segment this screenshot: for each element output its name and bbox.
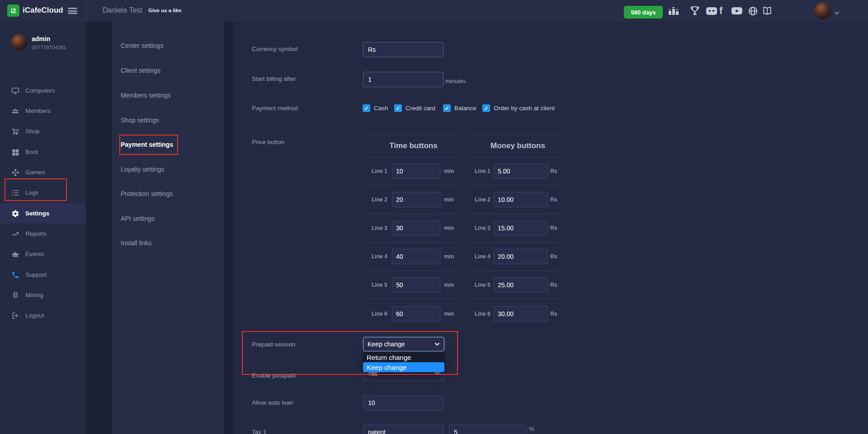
table-row: Line 3 min bbox=[368, 214, 459, 243]
sidebar-item-reports[interactable]: Reports bbox=[0, 224, 86, 244]
logout-icon bbox=[11, 312, 19, 320]
money-line1-input[interactable] bbox=[494, 163, 548, 179]
icafecloud-admin-page: i2 iCafeCloud Daniela Test Give us a lik… bbox=[0, 0, 868, 434]
tax1-name-input[interactable] bbox=[363, 425, 443, 434]
checkbox-cash[interactable]: ✓ Cash bbox=[363, 104, 388, 112]
time-line5-input[interactable] bbox=[392, 277, 440, 293]
phone-icon bbox=[11, 271, 19, 279]
money-buttons-table: Money buttons Line 1 Rs Line 2 Rs Line 3… bbox=[471, 134, 565, 328]
checkbox-balance[interactable]: ✓ Balance bbox=[443, 104, 476, 112]
sidebar-item-games[interactable]: Games bbox=[0, 162, 86, 182]
prepaid-session-select[interactable]: Keep change bbox=[363, 337, 444, 351]
minutes-unit: minutes bbox=[445, 78, 466, 84]
prepaid-session-dropdown: Return change Keep change bbox=[363, 352, 444, 372]
checkbox-checked-icon: ✓ bbox=[394, 104, 402, 112]
user-avatar[interactable] bbox=[814, 2, 831, 19]
time-buttons-table: Time buttons Line 1 min Line 2 min Line … bbox=[368, 134, 459, 328]
page-title: Daniela Test bbox=[103, 6, 142, 14]
globe-icon[interactable] bbox=[748, 0, 758, 22]
table-row: Line 3 Rs bbox=[471, 214, 565, 243]
sidebar-item-logs[interactable]: Logs bbox=[0, 182, 86, 203]
settings-nav-api[interactable]: API settings bbox=[121, 215, 155, 222]
tax1-percent-input[interactable] bbox=[449, 425, 527, 434]
chevron-down-icon bbox=[434, 342, 440, 346]
hamburger-menu-icon[interactable] bbox=[68, 8, 77, 14]
time-line4-input[interactable] bbox=[392, 249, 440, 264]
sidebar-item-shop[interactable]: Shop bbox=[0, 121, 86, 141]
currency-symbol-input[interactable] bbox=[363, 42, 443, 57]
settings-nav-loyalty[interactable]: Loyalty settings bbox=[121, 166, 165, 173]
table-row: Line 5 min bbox=[368, 271, 459, 299]
sidebar-item-support[interactable]: Support bbox=[0, 265, 86, 285]
settings-nav-center[interactable]: Center settings bbox=[121, 42, 163, 49]
price-button-label: Price button bbox=[252, 139, 284, 145]
sidebar-item-members[interactable]: Members bbox=[0, 101, 86, 121]
time-line2-input[interactable] bbox=[392, 192, 440, 207]
table-row: Line 6 min bbox=[368, 299, 459, 328]
allow-auto-loan-label: Allow auto loan bbox=[252, 399, 293, 406]
checkbox-order-by-cash[interactable]: ✓ Order by cash at client bbox=[482, 104, 555, 112]
chevron-down-icon[interactable] bbox=[834, 9, 840, 17]
money-line5-input[interactable] bbox=[494, 277, 548, 293]
crown-icon bbox=[11, 250, 19, 258]
time-line1-input[interactable] bbox=[392, 163, 440, 179]
gear-icon bbox=[11, 210, 19, 218]
gamepad-icon bbox=[11, 168, 19, 177]
allow-auto-loan-input[interactable] bbox=[363, 395, 443, 411]
sidebar-item-events[interactable]: Events bbox=[0, 244, 86, 264]
give-us-a-like-link[interactable]: Give us a like bbox=[148, 8, 182, 13]
dropdown-option-return-change[interactable]: Return change bbox=[363, 352, 444, 362]
time-line3-input[interactable] bbox=[392, 220, 440, 236]
checkbox-checked-icon: ✓ bbox=[443, 104, 451, 112]
license-days-badge[interactable]: 580 days bbox=[624, 6, 663, 19]
sidebar-item-settings[interactable]: Settings bbox=[0, 203, 86, 224]
logo-text[interactable]: iCafeCloud bbox=[23, 6, 63, 15]
settings-nav-install[interactable]: Install links bbox=[121, 239, 151, 247]
sidebar-item-computers[interactable]: Computers bbox=[0, 80, 86, 101]
money-line6-input[interactable] bbox=[494, 306, 548, 322]
manual-book-icon[interactable] bbox=[762, 0, 773, 22]
settings-nav-protection[interactable]: Protection settings bbox=[121, 190, 173, 197]
youtube-icon[interactable] bbox=[731, 0, 743, 22]
table-row: Line 2 min bbox=[368, 186, 459, 214]
table-row: Line 4 min bbox=[368, 243, 459, 271]
money-line4-input[interactable] bbox=[494, 249, 548, 264]
settings-nav-members[interactable]: Members settings bbox=[121, 92, 170, 99]
settings-nav-shop[interactable]: Shop settings bbox=[121, 117, 159, 124]
time-line6-input[interactable] bbox=[392, 306, 440, 322]
facebook-icon[interactable]: f bbox=[719, 0, 722, 22]
sidebar-item-logout[interactable]: Logout bbox=[0, 305, 86, 326]
table-row: Line 2 Rs bbox=[471, 186, 565, 214]
time-buttons-header: Time buttons bbox=[368, 134, 459, 157]
sidebar-item-boot[interactable]: Boot bbox=[0, 142, 86, 162]
users-icon bbox=[11, 107, 19, 115]
logo-icon[interactable]: i2 bbox=[7, 5, 19, 17]
money-buttons-header: Money buttons bbox=[471, 134, 565, 157]
money-line3-input[interactable] bbox=[494, 220, 548, 236]
checkbox-checked-icon: ✓ bbox=[482, 104, 490, 112]
table-row: Line 5 Rs bbox=[471, 271, 565, 299]
sidebar-user-avatar[interactable] bbox=[11, 34, 27, 51]
sidebar-item-mining[interactable]: Mining bbox=[0, 285, 86, 305]
windows-icon bbox=[11, 148, 19, 156]
enable-postpaid-label: Enable postpaid bbox=[252, 372, 296, 379]
topbar-divider bbox=[86, 0, 86, 22]
money-line2-input[interactable] bbox=[494, 192, 548, 207]
bitcoin-icon bbox=[11, 291, 19, 299]
settings-nav-panel: Center settings Client settings Members … bbox=[112, 22, 224, 434]
tax1-label: Tax 1 bbox=[252, 429, 266, 434]
checkbox-credit-card[interactable]: ✓ Credit card bbox=[394, 104, 435, 112]
start-billing-label: Start billing after bbox=[252, 75, 296, 82]
table-row: Line 1 min bbox=[368, 157, 459, 186]
dropdown-option-keep-change[interactable]: Keep change bbox=[363, 362, 444, 372]
trophy-icon[interactable] bbox=[689, 0, 701, 22]
sidebar: admin 097778704381 Computers Members Sho… bbox=[0, 22, 86, 434]
checkbox-checked-icon: ✓ bbox=[363, 104, 370, 112]
sidebar-user-name: admin bbox=[32, 35, 50, 42]
list-icon bbox=[11, 189, 19, 197]
start-billing-input[interactable] bbox=[363, 72, 443, 87]
settings-nav-payment[interactable]: Payment settings bbox=[121, 141, 173, 148]
settings-nav-client[interactable]: Client settings bbox=[121, 67, 160, 74]
leaderboard-icon[interactable] bbox=[667, 0, 680, 22]
discord-icon[interactable] bbox=[705, 0, 718, 22]
